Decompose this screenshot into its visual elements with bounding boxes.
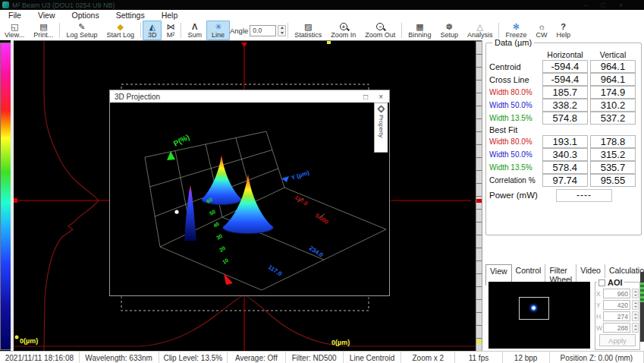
intensity-colorbar (0, 43, 11, 350)
apply-button[interactable]: Apply (599, 334, 636, 346)
aoi-x-spinner[interactable] (632, 289, 639, 298)
table-row: Width 13.5% 574.8 537.2 (488, 112, 638, 125)
camera-preview[interactable] (488, 282, 590, 349)
property-tab[interactable]: Property (374, 103, 388, 153)
status-average: Average: Off (228, 352, 285, 363)
col-header-vertical: Vertical (590, 50, 636, 59)
side-projection-ridge (184, 185, 196, 241)
projection-maximize-icon[interactable]: □ (363, 93, 368, 101)
close-icon[interactable]: × (619, 2, 623, 9)
setup-icon: ☸ (445, 22, 453, 31)
status-bar: 2021/11/11 18:16:08 Wavelength: 633nm Cl… (0, 351, 644, 363)
status-clip-level: Clip Level: 13.5% (159, 352, 228, 363)
power-label: Power (mW) (488, 191, 556, 200)
title-bar: M² Beam U3 (DOU1 0254 U9 NB) – □ × (0, 0, 644, 10)
view-icon: ◱ (11, 22, 18, 31)
projection-title: 3D Projection (115, 93, 160, 101)
table-section-header: Best Fit (488, 125, 638, 135)
maximize-icon[interactable]: □ (601, 2, 605, 9)
svg-text:0.000: 0.000 (314, 212, 330, 226)
aoi-w-spinner[interactable] (632, 323, 639, 333)
crosshair-top-marker (241, 43, 247, 47)
binning-icon: ▦ (416, 22, 423, 31)
minimize-icon[interactable]: – (583, 2, 587, 9)
print-button[interactable]: ▤ Print... (29, 21, 58, 40)
zoom-in-button[interactable]: + Zoom In (326, 21, 360, 40)
menu-options[interactable]: Options (64, 11, 108, 20)
z-axis-label: P(%) (172, 133, 191, 148)
status-bpp: 12 bpp (503, 352, 550, 363)
log-setup-button[interactable]: ✎ Log Setup (61, 21, 102, 40)
statistics-button[interactable]: ▨ Statistics (290, 21, 326, 40)
table-row: Width 80.0% 185.7 174.9 (488, 86, 638, 99)
cw-button[interactable]: ☼ CW (531, 21, 551, 40)
menu-settings[interactable]: Settings (108, 11, 153, 20)
sum-button[interactable]: Λ Sum (183, 21, 206, 40)
data-groupbox: Data (µm) Horizontal Vertical Centroid -… (485, 43, 642, 235)
status-fps: 11 fps (455, 352, 502, 363)
ruler-yellow-marker (476, 339, 482, 343)
status-zoom: Zoom x 2 (401, 352, 455, 363)
aoi-h-input[interactable]: 274 (603, 311, 630, 321)
svg-text:10: 10 (221, 257, 229, 265)
top-yellow-tick (327, 41, 331, 44)
line-button[interactable]: ✳ Line (206, 21, 230, 40)
angle-label: Angle (230, 27, 248, 35)
zoom-out-button[interactable]: − Zoom Out (360, 21, 400, 40)
status-wavelength: Wavelength: 633nm (80, 352, 159, 363)
start-log-icon: ◆ (117, 22, 123, 31)
table-row: Width 50.0% 338.2 310.2 (488, 99, 638, 112)
analysis-icon: △ (476, 22, 482, 31)
projection-3d-window[interactable]: 3D Projection □ × (109, 90, 390, 296)
angle-input[interactable]: 0.0 (250, 25, 276, 36)
projection-3d-plot[interactable]: P(%) 60 50 40 30 20 10 Y (µm) (110, 103, 388, 294)
zoom-out-icon: − (376, 22, 384, 31)
origin-label-bottom: 0(µm) (331, 339, 350, 346)
binning-button[interactable]: ▦ Binning (404, 21, 435, 40)
print-icon: ▤ (39, 22, 47, 31)
angle-spinner[interactable] (278, 25, 286, 36)
toolbar: ◱ View... ▤ Print... ✎ Log Setup ◆ Start… (0, 21, 644, 41)
status-filter: Filter: ND500 (286, 352, 344, 363)
projection-close-icon[interactable]: × (379, 93, 383, 101)
aoi-h-spinner[interactable] (632, 311, 639, 321)
aoi-y-input[interactable]: 420 (603, 300, 630, 310)
rotation-handle-dot (174, 210, 178, 213)
projection-title-bar[interactable]: 3D Projection □ × (110, 90, 389, 103)
y-axis-label: Y (µm) (291, 169, 310, 182)
table-row: Width 13.5% 578.4 535.7 (488, 161, 638, 174)
table-row: Centroid -594.4 964.1 (488, 60, 638, 73)
svg-text:117.0: 117.0 (267, 264, 284, 278)
help-button[interactable]: ? Help (551, 21, 575, 40)
application-window: M² Beam U3 (DOU1 0254 U9 NB) – □ × File … (0, 0, 644, 363)
vertical-profile-curve (44, 41, 99, 352)
setup-button[interactable]: ☸ Setup (435, 21, 463, 40)
aoi-y-spinner[interactable] (632, 300, 639, 310)
menu-view[interactable]: View (30, 11, 64, 20)
beam-spot (531, 305, 536, 311)
aoi-checkbox[interactable] (598, 279, 605, 286)
view-button[interactable]: ◱ View... (0, 21, 29, 40)
projection-3d-button[interactable]: ◭ 3D (143, 21, 162, 40)
crosshair-left-marker (14, 198, 17, 203)
right-ruler[interactable] (476, 41, 482, 352)
aoi-field-w: W 288 (596, 323, 639, 333)
svg-text:50: 50 (209, 209, 216, 216)
property-tab-label: Property (378, 115, 385, 137)
beam-peak-1 (202, 155, 241, 204)
menu-help[interactable]: Help (153, 11, 187, 20)
power-value: ---- (556, 189, 612, 202)
menu-file[interactable]: File (0, 11, 30, 20)
left-origin-dot (15, 336, 19, 339)
aoi-x-input[interactable]: 960 (603, 289, 630, 298)
table-row: Width 50.0% 340.3 315.2 (488, 148, 638, 161)
scrollbar-thumb[interactable] (640, 283, 644, 302)
aoi-w-input[interactable]: 288 (603, 323, 630, 333)
window-title: M² Beam U3 (DOU1 0254 U9 NB) (12, 2, 115, 9)
panel-scrollbar[interactable] (640, 272, 644, 342)
3d-icon: ◭ (149, 22, 155, 31)
start-log-button[interactable]: ◆ Start Log (102, 21, 139, 40)
m2-button[interactable]: ⋈ M² (162, 21, 179, 40)
aoi-groupbox: AOI X 960 Y 420 H 274 W 288 (595, 282, 640, 350)
app-icon (2, 2, 9, 8)
